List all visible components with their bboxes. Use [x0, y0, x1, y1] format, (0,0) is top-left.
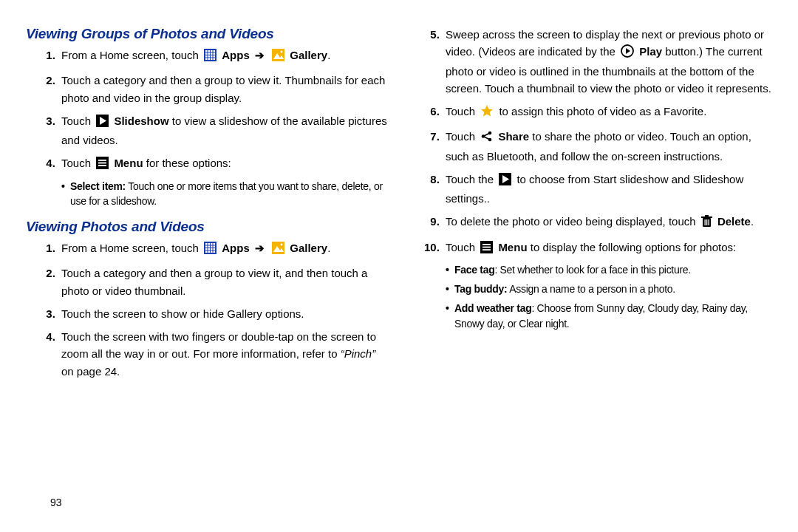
svg-rect-5 [205, 53, 208, 55]
svg-point-45 [281, 244, 283, 246]
svg-rect-7 [211, 53, 213, 55]
left-column: Viewing Groups of Photos and Videos From… [26, 26, 388, 390]
page-number: 93 [50, 497, 62, 508]
svg-rect-64 [482, 246, 491, 248]
svg-rect-38 [214, 248, 216, 250]
sub-item: Tag buddy: Assign a name to a person in … [446, 282, 772, 296]
svg-rect-13 [205, 58, 208, 61]
svg-rect-25 [98, 165, 106, 166]
svg-rect-59 [704, 219, 705, 225]
gallery-icon [272, 242, 284, 259]
svg-rect-35 [205, 248, 208, 250]
step-item: Touch a category and then a group to vie… [58, 72, 388, 106]
svg-rect-16 [214, 58, 216, 61]
svg-rect-40 [208, 251, 211, 253]
play-circle-icon [621, 44, 634, 62]
steps-list: From a Home screen, touch Apps ➔ Gallery… [26, 239, 388, 380]
page-content: Viewing Groups of Photos and Videos From… [0, 0, 798, 390]
step-item: Touch to assign this photo of video as a… [443, 103, 772, 122]
apps-grid-icon [204, 242, 216, 259]
arrow-icon: ➔ [253, 49, 267, 61]
sub-item: Select item: Touch one or more items tha… [61, 179, 388, 209]
menu-icon [480, 241, 493, 258]
svg-rect-28 [208, 243, 211, 245]
svg-rect-23 [98, 160, 106, 161]
svg-rect-3 [211, 50, 213, 52]
step-item: From a Home screen, touch Apps ➔ Gallery… [58, 239, 388, 259]
svg-rect-6 [208, 53, 211, 55]
svg-rect-9 [205, 55, 208, 58]
step-item: From a Home screen, touch Apps ➔ Gallery… [58, 47, 388, 66]
svg-point-19 [281, 51, 283, 53]
sub-list: Face tag: Set whether to look for a face… [446, 262, 772, 331]
step-item: Touch Menu to display the following opti… [443, 239, 772, 331]
svg-rect-36 [208, 248, 211, 250]
step-item: To delete the photo or video being displ… [443, 213, 772, 232]
svg-marker-47 [626, 48, 630, 54]
step-item: Touch Slideshow to view a slideshow of t… [58, 112, 388, 149]
svg-rect-31 [205, 246, 208, 248]
sub-item: Face tag: Set whether to look for a face… [446, 262, 772, 277]
gallery-icon [272, 49, 284, 66]
svg-rect-58 [705, 215, 709, 216]
svg-rect-32 [208, 246, 211, 248]
trash-delete-icon [701, 215, 712, 232]
play-slideshow-icon [499, 173, 511, 190]
svg-rect-8 [214, 53, 216, 55]
sub-list: Select item: Touch one or more items tha… [61, 179, 388, 209]
play-slideshow-icon [96, 115, 109, 132]
svg-line-53 [483, 137, 490, 140]
arrow-icon: ➔ [253, 242, 267, 254]
svg-rect-14 [208, 58, 211, 61]
svg-rect-63 [482, 244, 491, 245]
svg-rect-4 [214, 50, 216, 52]
steps-list: Sweep across the screen to display the n… [410, 26, 772, 331]
svg-rect-10 [208, 55, 211, 58]
step-item: Touch a category and then a group to vie… [58, 265, 388, 299]
svg-rect-12 [214, 55, 216, 58]
svg-rect-33 [211, 246, 213, 248]
sub-item: Add weather tag: Choose from Sunny day, … [446, 301, 772, 331]
svg-rect-1 [205, 50, 208, 52]
svg-rect-39 [205, 251, 208, 253]
menu-icon [96, 157, 109, 174]
svg-rect-60 [706, 219, 707, 225]
svg-rect-61 [708, 219, 709, 225]
step-item: Touch the to choose from Start slideshow… [443, 171, 772, 208]
svg-line-52 [483, 133, 490, 137]
step-item: Touch the screen with two fingers or dou… [58, 328, 388, 380]
step-item: Touch Menu for these options: Select ite… [58, 154, 388, 208]
svg-rect-37 [211, 248, 213, 250]
svg-rect-65 [482, 249, 491, 250]
svg-rect-42 [214, 251, 216, 253]
section-heading: Viewing Photos and Videos [26, 219, 388, 235]
svg-rect-2 [208, 50, 211, 52]
svg-rect-30 [214, 243, 216, 245]
svg-rect-41 [211, 251, 213, 253]
svg-rect-29 [211, 243, 213, 245]
steps-list: From a Home screen, touch Apps ➔ Gallery… [26, 47, 388, 208]
svg-rect-15 [211, 58, 213, 61]
svg-rect-27 [205, 243, 208, 245]
svg-rect-57 [701, 216, 712, 218]
step-item: Touch Share to share the photo or video.… [443, 128, 772, 165]
right-column: Sweep across the screen to display the n… [410, 26, 772, 390]
svg-rect-11 [211, 55, 213, 58]
apps-grid-icon [204, 49, 216, 66]
step-item: Sweep across the screen to display the n… [443, 26, 772, 97]
svg-rect-24 [98, 163, 106, 164]
share-icon [480, 130, 493, 147]
step-item: Touch the screen to show or hide Gallery… [58, 305, 388, 322]
svg-rect-34 [214, 246, 216, 248]
section-heading: Viewing Groups of Photos and Videos [26, 26, 388, 42]
star-favorite-icon [480, 104, 494, 122]
svg-marker-48 [481, 105, 493, 117]
